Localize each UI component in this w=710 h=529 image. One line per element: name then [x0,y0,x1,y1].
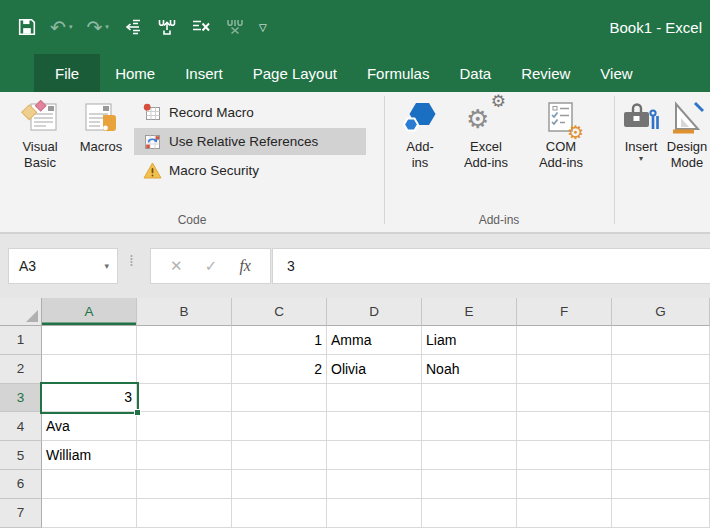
qat-macro-button-1[interactable] [123,15,143,39]
cell-D2[interactable]: Olivia [327,355,422,384]
column-header-D[interactable]: D [327,298,422,326]
cell-F1[interactable] [517,326,612,355]
insert-function-button[interactable]: fx [239,257,251,275]
cell-B5[interactable] [137,441,232,470]
macros-button[interactable]: Macros [70,92,132,232]
cell-E5[interactable] [422,441,517,470]
gear-icon: ⚙ [567,123,584,142]
column-header-B[interactable]: B [137,298,232,326]
cell-G6[interactable] [612,470,710,499]
column-header-A[interactable]: A [42,298,137,326]
cell-C7[interactable] [232,499,327,528]
cell-E3[interactable] [422,384,517,413]
cell-E1[interactable]: Liam [422,326,517,355]
cell-F5[interactable] [517,441,612,470]
design-mode-button[interactable]: Design Mode [664,92,710,232]
column-header-E[interactable]: E [422,298,517,326]
tab-formulas[interactable]: Formulas [352,54,445,92]
cell-A6[interactable] [42,470,137,499]
tab-insert[interactable]: Insert [170,54,238,92]
com-add-ins-button[interactable]: ⚙ COM Add-ins [524,92,598,232]
insert-control-button[interactable]: Insert ▾ [622,92,660,232]
cell-F2[interactable] [517,355,612,384]
select-all-button[interactable] [0,298,42,326]
name-box-dropdown-icon[interactable]: ▾ [104,261,109,271]
cell-E2[interactable]: Noah [422,355,517,384]
cell-B1[interactable] [137,326,232,355]
cell-A7[interactable] [42,499,137,528]
cell-G5[interactable] [612,441,710,470]
tab-page-layout[interactable]: Page Layout [238,54,352,92]
tab-view[interactable]: View [585,54,647,92]
tab-data[interactable]: Data [444,54,506,92]
qat-macro-button-4[interactable] [225,15,245,39]
cell-G7[interactable] [612,499,710,528]
add-ins-icon [401,100,439,136]
row-header-2[interactable]: 2 [0,355,42,384]
cell-D1[interactable]: Amma [327,326,422,355]
cell-E4[interactable] [422,412,517,441]
cell-A2[interactable] [42,355,137,384]
cell-A5[interactable]: William [42,441,137,470]
cell-B4[interactable] [137,412,232,441]
row-header-1[interactable]: 1 [0,326,42,355]
undo-button[interactable]: ↶ ▾ [50,15,72,39]
cell-F3[interactable] [517,384,612,413]
cell-G3[interactable] [612,384,710,413]
tab-review[interactable]: Review [506,54,585,92]
name-box[interactable]: A3 ▾ [8,248,118,284]
fill-handle[interactable] [134,409,141,416]
cell-D6[interactable] [327,470,422,499]
cell-C2[interactable]: 2 [232,355,327,384]
cell-F6[interactable] [517,470,612,499]
row-header-3[interactable]: 3 [0,384,42,413]
redo-button[interactable]: ↷ ▾ [86,15,108,39]
formula-bar-input[interactable]: 3 [272,248,710,284]
macro-security-button[interactable]: Macro Security [134,157,366,184]
cell-B7[interactable] [137,499,232,528]
row-header-7[interactable]: 7 [0,499,42,528]
column-header-G[interactable]: G [612,298,710,326]
column-header-C[interactable]: C [232,298,327,326]
cell-A1[interactable] [42,326,137,355]
tab-home[interactable]: Home [100,54,170,92]
row-header-5[interactable]: 5 [0,441,42,470]
cell-C5[interactable] [232,441,327,470]
row-header-6[interactable]: 6 [0,470,42,499]
record-macro-button[interactable]: Record Macro [134,99,366,126]
add-ins-button[interactable]: Add- ins [392,92,448,232]
cell-C4[interactable] [232,412,327,441]
ribbon: Visual Basic Macros [0,92,710,233]
cell-E6[interactable] [422,470,517,499]
cell-G2[interactable] [612,355,710,384]
cell-B3[interactable] [137,384,232,413]
cell-E7[interactable] [422,499,517,528]
cell-G1[interactable] [612,326,710,355]
save-button[interactable] [18,15,36,39]
cell-C3[interactable] [232,384,327,413]
cell-D7[interactable] [327,499,422,528]
column-header-F[interactable]: F [517,298,612,326]
cell-B2[interactable] [137,355,232,384]
customize-quick-access-toolbar-button[interactable]: ▽ [259,15,267,39]
cell-C1[interactable]: 1 [232,326,327,355]
tab-file[interactable]: File [34,54,100,92]
cell-G4[interactable] [612,412,710,441]
cell-F7[interactable] [517,499,612,528]
cell-D4[interactable] [327,412,422,441]
enter-button[interactable]: ✓ [205,257,218,275]
cell-B6[interactable] [137,470,232,499]
cell-D3[interactable] [327,384,422,413]
use-relative-references-toggle[interactable]: Use Relative References [134,128,366,155]
qat-macro-button-2[interactable] [157,15,177,39]
cell-F4[interactable] [517,412,612,441]
cell-D5[interactable] [327,441,422,470]
row-header-4[interactable]: 4 [0,412,42,441]
qat-macro-button-3[interactable] [191,15,211,39]
excel-add-ins-button[interactable]: ⚙ ⚙ Excel Add-ins [450,92,522,232]
visual-basic-button[interactable]: Visual Basic [10,92,70,232]
cancel-button[interactable]: ✕ [170,257,183,275]
cell-C6[interactable] [232,470,327,499]
cell-A4[interactable]: Ava [42,412,137,441]
use-relative-references-label: Use Relative References [169,134,318,149]
